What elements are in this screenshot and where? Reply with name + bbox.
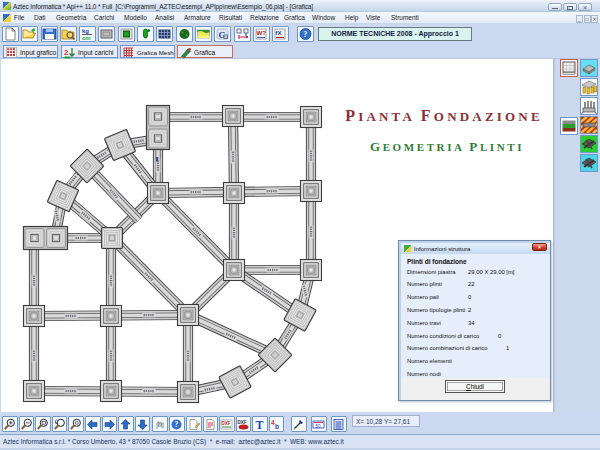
svg-text:2: 2 bbox=[64, 48, 69, 57]
svg-text:DXF: DXF bbox=[237, 420, 246, 425]
svg-text:W?: W? bbox=[257, 30, 267, 36]
svg-text:DXF: DXF bbox=[222, 421, 231, 426]
svg-text:fX: fX bbox=[276, 30, 282, 36]
svg-text:50: 50 bbox=[316, 424, 322, 429]
svg-text:cm: cm bbox=[82, 35, 91, 41]
svg-text:T: T bbox=[256, 418, 264, 431]
svg-text:kg: kg bbox=[82, 28, 89, 34]
svg-text:?: ? bbox=[175, 420, 179, 429]
svg-text:?: ? bbox=[303, 30, 307, 39]
svg-text:b: b bbox=[275, 423, 279, 430]
